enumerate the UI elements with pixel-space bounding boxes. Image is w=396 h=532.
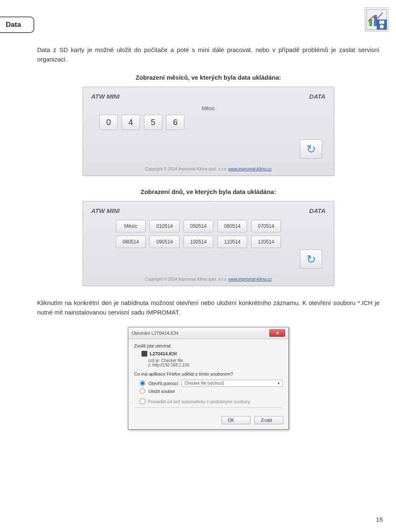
download-dialog: Otevírání L270414.ICH ✕ Zvolili jste ote…	[128, 327, 289, 430]
section-title-tab: Data	[0, 17, 34, 33]
month-button-1[interactable]: 4	[122, 115, 140, 130]
undo-arrow-icon: ↺	[306, 142, 316, 156]
day-btn-r1c4[interactable]: 070514	[251, 220, 281, 232]
file-icon	[141, 351, 147, 357]
dialog-title-text: Otevírání L270414.ICH	[132, 331, 178, 336]
months-panel: ATW MINI DATA Měsíc 0 4 5 6 ↺ Copyright …	[82, 87, 334, 176]
undo-arrow-icon: ↺	[306, 253, 316, 266]
svg-rect-2	[374, 15, 377, 26]
panel2-title-right: DATA	[309, 207, 325, 214]
panel1-heading: Zobrazení měsíců, ve kterých byla data u…	[37, 74, 380, 81]
dialog-type-value: Checker file	[161, 358, 183, 363]
panel2-title-left: ATW MINI	[91, 207, 120, 214]
day-btn-r2c3[interactable]: 110514	[217, 236, 247, 248]
dialog-close-button[interactable]: ✕	[269, 329, 285, 337]
panel1-copyright: Copyright © 2014 Impromat Klima spol. s …	[145, 167, 227, 171]
dialog-divider	[134, 407, 283, 408]
svg-point-5	[380, 25, 384, 29]
day-btn-r2c4[interactable]: 120514	[251, 236, 281, 248]
ok-button[interactable]: OK	[222, 416, 250, 424]
save-file-label: Uložit soubor	[148, 389, 175, 394]
day-btn-r2c1[interactable]: 090514	[150, 236, 179, 248]
dialog-intro: Zvolili jste otevírat:	[134, 343, 283, 348]
dialog-type-label: což je:	[148, 358, 160, 363]
remember-checkbox[interactable]	[140, 399, 145, 404]
panel2-heading: Zobrazení dnů, ve kterých byla data uklá…	[37, 188, 380, 195]
section-title: Data	[6, 21, 21, 28]
panel1-label: Měsíc	[91, 106, 325, 111]
open-with-select[interactable]: Checker file (výchozí)	[182, 380, 283, 387]
day-btn-r1c2[interactable]: 050514	[184, 220, 213, 232]
open-with-value: Checker file (výchozí)	[184, 381, 224, 385]
svg-rect-4	[380, 21, 384, 24]
day-btn-r1c1[interactable]: 010514	[150, 220, 179, 232]
dialog-question: Co má aplikace Firefox udělat s tímto so…	[134, 371, 283, 376]
intro-text: Data z SD karty je možné uložit do počít…	[37, 45, 380, 64]
save-file-radio[interactable]	[140, 388, 145, 394]
app-icon	[365, 7, 389, 31]
panel1-title-left: ATW MINI	[91, 93, 120, 100]
month-button-0[interactable]: 0	[99, 115, 118, 130]
dialog-from-label: z:	[148, 363, 151, 367]
cancel-button[interactable]: Zrušit	[255, 416, 283, 424]
back-button[interactable]: ↺	[300, 140, 322, 158]
panel1-title-right: DATA	[309, 93, 325, 100]
day-btn-r1c3[interactable]: 060514	[217, 220, 247, 232]
para2-text: Kliknutím na konkrétní den je nabídnuta …	[37, 298, 380, 317]
day-btn-r2c2[interactable]: 100514	[184, 236, 213, 248]
panel1-link[interactable]: www.impromat-klima.cz	[229, 167, 272, 171]
open-with-radio[interactable]	[140, 381, 145, 386]
open-with-label: Otevřít pomocí	[148, 381, 178, 386]
page-number: 15	[376, 516, 383, 523]
dialog-filename: L270414.ICH	[150, 351, 177, 356]
panel2-link[interactable]: www.impromat-klima.cz	[229, 277, 272, 281]
panel2-copyright: Copyright © 2014 Impromat Klima spol. s …	[145, 277, 227, 281]
month-button-3[interactable]: 6	[166, 115, 184, 130]
month-button-2[interactable]: 5	[144, 115, 162, 130]
days-panel: ATW MINI DATA Měsíc 010514 050514 060514…	[82, 201, 334, 286]
remember-label: Provádět od teď automaticky s podobnými …	[148, 399, 251, 404]
day-btn-r2c0[interactable]: 080514	[116, 236, 146, 248]
day-btn-r1c0[interactable]: Měsíc	[116, 220, 146, 232]
dialog-from-value: http://192.168.1.150	[153, 363, 189, 367]
back-button-2[interactable]: ↺	[300, 250, 322, 269]
